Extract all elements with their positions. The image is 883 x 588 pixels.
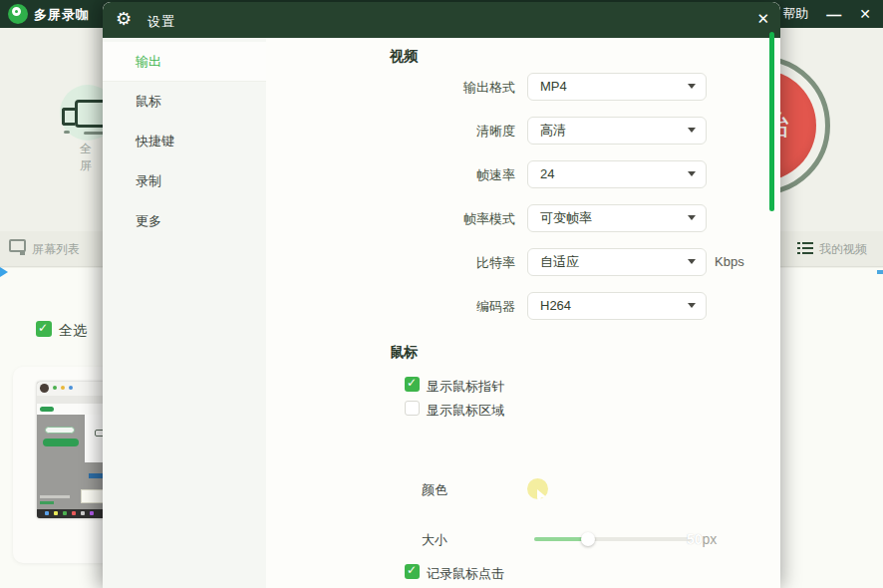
thumb-notice-box bbox=[81, 489, 103, 503]
video-section-title: 视频 bbox=[390, 48, 418, 66]
thumb-blue-bar bbox=[89, 473, 103, 478]
output-format-label: 输出格式 bbox=[366, 79, 515, 97]
encoder-label: 编码器 bbox=[366, 298, 515, 316]
thumb-button-green bbox=[43, 439, 79, 446]
output-format-select[interactable]: MP4 bbox=[527, 73, 707, 101]
output-format-value: MP4 bbox=[540, 79, 567, 94]
monitor-stand bbox=[84, 132, 103, 135]
chevron-down-icon bbox=[688, 303, 696, 308]
logo-ring bbox=[12, 7, 21, 16]
select-all-checkbox[interactable] bbox=[36, 321, 52, 337]
thumb-taskbar-icon bbox=[81, 511, 85, 515]
app-window: 多屏录咖 帮助 — ✕ 全屏 屏幕列表 全选 bbox=[0, 0, 883, 588]
chevron-down-icon bbox=[688, 84, 696, 89]
bitrate-unit: Kbps bbox=[715, 254, 744, 269]
my-videos-tab[interactable]: 我的视频 bbox=[780, 231, 883, 267]
screen-list-tab[interactable]: 屏幕列表 bbox=[0, 231, 103, 267]
sidebar-item-hotkeys[interactable]: 快捷键 bbox=[103, 122, 266, 161]
thumb-taskbar-icon bbox=[45, 511, 49, 515]
thumb-taskbar-icon bbox=[72, 511, 76, 515]
help-button[interactable]: 帮助 bbox=[782, 5, 808, 23]
chevron-down-icon bbox=[688, 128, 696, 133]
thumb-button-outline bbox=[45, 427, 75, 434]
framerate-mode-value: 可变帧率 bbox=[540, 210, 592, 225]
my-videos-list-icon bbox=[797, 242, 813, 255]
thumb-avatar bbox=[40, 384, 49, 393]
thumb-app-logo bbox=[40, 407, 54, 412]
chevron-down-icon bbox=[688, 171, 696, 176]
framerate-mode-label: 帧率模式 bbox=[366, 210, 515, 228]
framerate-select[interactable]: 24 bbox=[527, 160, 707, 188]
show-pointer-label: 显示鼠标指针 bbox=[427, 378, 504, 396]
app-logo-icon bbox=[8, 4, 28, 24]
settings-sidebar: 输出 鼠标 快捷键 录制 更多 bbox=[103, 38, 266, 588]
fullscreen-label: 全屏 bbox=[80, 141, 103, 174]
my-videos-label: 我的视频 bbox=[819, 241, 867, 258]
thumb-dot bbox=[69, 386, 73, 390]
mouse-size-slider[interactable] bbox=[534, 537, 692, 541]
thumb-bookmark-bar bbox=[37, 396, 103, 404]
screen-list-label: 屏幕列表 bbox=[32, 241, 80, 258]
thumb-dot bbox=[61, 386, 65, 390]
show-area-checkbox[interactable] bbox=[405, 401, 420, 416]
color-label: 颜色 bbox=[422, 481, 447, 499]
screen-thumbnail[interactable] bbox=[37, 382, 103, 518]
settings-dialog-header: ⚙ 设置 ✕ bbox=[103, 2, 780, 38]
mouse-color-swatch[interactable] bbox=[527, 478, 548, 499]
framerate-label: 帧速率 bbox=[366, 166, 515, 184]
show-area-label: 显示鼠标区域 bbox=[427, 402, 504, 420]
sidebar-item-more[interactable]: 更多 bbox=[103, 201, 266, 241]
monitor-dot bbox=[64, 131, 70, 134]
thumb-panel bbox=[85, 415, 103, 462]
encoder-value: H264 bbox=[540, 298, 571, 313]
slider-thumb[interactable] bbox=[581, 532, 595, 546]
minimize-button[interactable]: — bbox=[826, 6, 841, 23]
settings-dialog-title: 设置 bbox=[147, 13, 175, 31]
settings-dialog: ⚙ 设置 ✕ 输出 鼠标 快捷键 录制 更多 视频 输出格式 MP4 清晰度 bbox=[103, 2, 780, 588]
dialog-scrollbar[interactable] bbox=[769, 32, 774, 211]
size-unit: px bbox=[703, 531, 718, 547]
settings-dialog-body: 输出 鼠标 快捷键 录制 更多 视频 输出格式 MP4 清晰度 高清 帧速率 bbox=[103, 38, 780, 588]
record-clicks-label: 记录鼠标点击 bbox=[427, 565, 504, 583]
app-title: 多屏录咖 bbox=[34, 6, 90, 24]
cursor-arrow-icon bbox=[537, 489, 546, 501]
thumb-dot bbox=[53, 386, 57, 390]
active-tab-arrow-icon bbox=[0, 267, 8, 277]
thumb-taskbar-icon bbox=[63, 511, 67, 515]
clarity-select[interactable]: 高清 bbox=[527, 117, 707, 145]
sidebar-item-mouse[interactable]: 鼠标 bbox=[103, 82, 266, 122]
record-clicks-checkbox[interactable] bbox=[405, 564, 420, 579]
sidebar-item-recording[interactable]: 录制 bbox=[103, 161, 266, 201]
record-button-label: 开始 bbox=[780, 106, 792, 146]
bitrate-value: 自适应 bbox=[540, 254, 579, 269]
bitrate-select[interactable]: 自适应 bbox=[527, 248, 707, 276]
mouse-section-title: 鼠标 bbox=[390, 344, 418, 362]
select-all-label: 全选 bbox=[59, 322, 87, 340]
background-left-panel: 全屏 屏幕列表 全选 bbox=[0, 28, 103, 588]
thumb-taskbar-icon bbox=[54, 511, 58, 515]
settings-close-button[interactable]: ✕ bbox=[756, 10, 769, 28]
chevron-down-icon bbox=[688, 215, 696, 220]
fullscreen-monitor-icon bbox=[75, 100, 103, 128]
clarity-value: 高清 bbox=[540, 123, 566, 138]
size-value: 50px bbox=[687, 531, 717, 547]
my-videos-content bbox=[780, 268, 883, 588]
thumb-taskbar-icon bbox=[90, 511, 94, 515]
encoder-select[interactable]: H264 bbox=[527, 292, 707, 320]
clarity-label: 清晰度 bbox=[366, 123, 515, 141]
slider-fill bbox=[534, 537, 588, 541]
window-close-button[interactable]: ✕ bbox=[859, 6, 871, 22]
framerate-value: 24 bbox=[540, 166, 554, 181]
settings-content: 视频 输出格式 MP4 清晰度 高清 帧速率 24 帧率模式 bbox=[266, 38, 780, 588]
screen-list-icon bbox=[9, 239, 26, 252]
framerate-mode-select[interactable]: 可变帧率 bbox=[527, 204, 707, 232]
chevron-down-icon bbox=[688, 259, 696, 264]
screen-card[interactable] bbox=[13, 367, 103, 563]
thumb-footer-green bbox=[40, 501, 54, 504]
titlebar-controls: 帮助 — ✕ bbox=[782, 0, 883, 28]
sidebar-item-output[interactable]: 输出 bbox=[103, 42, 266, 82]
size-number: 50 bbox=[687, 531, 703, 547]
gear-icon: ⚙ bbox=[116, 8, 132, 30]
fullscreen-monitor-icon-2 bbox=[62, 108, 75, 126]
show-pointer-checkbox[interactable] bbox=[405, 377, 420, 392]
